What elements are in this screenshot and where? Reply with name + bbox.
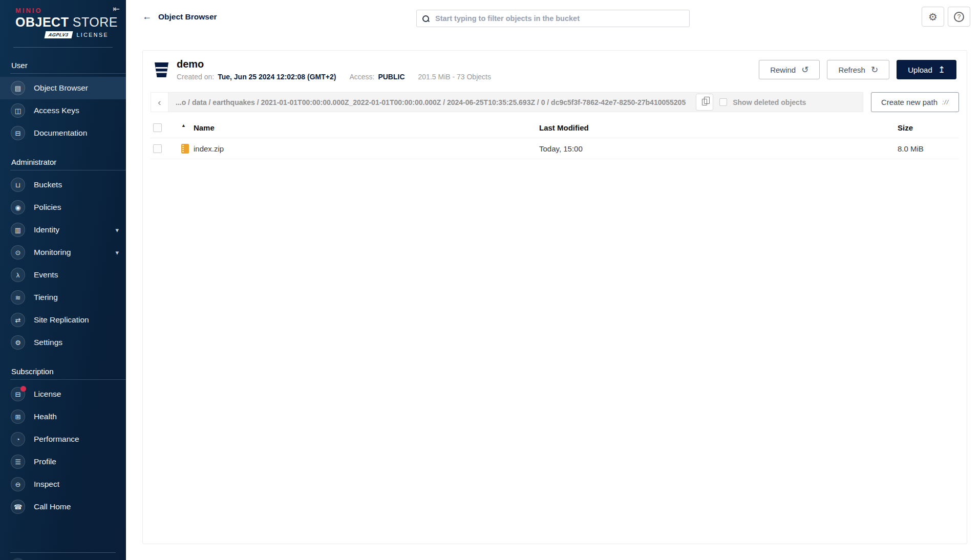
sidebar-item-monitoring[interactable]: ⊙ Monitoring ▾: [0, 241, 126, 264]
agpl-badge: AGPLV3: [45, 31, 73, 38]
sidebar-item-events[interactable]: λ Events: [0, 264, 126, 286]
sidebar-item-policies[interactable]: ◉ Policies: [0, 196, 126, 219]
page-title: ← Object Browser: [142, 11, 217, 22]
breadcrumb: ‹ ...o / data / earthquakes / 2021-01-01…: [151, 92, 863, 112]
created-label: Created on:: [177, 73, 214, 81]
rewind-button[interactable]: Rewind ↺: [759, 60, 820, 79]
show-deleted-checkbox[interactable]: [719, 98, 727, 106]
sidebar-item-label: Tiering: [34, 293, 58, 302]
notification-badge: [20, 386, 26, 392]
sidebar-item-performance[interactable]: ◔ Performance: [0, 428, 126, 450]
help-button[interactable]: ?: [948, 7, 970, 27]
column-header-size[interactable]: Size: [898, 123, 956, 132]
sidebar-item-inspect[interactable]: ⊖ Inspect: [0, 473, 126, 496]
path-back-button[interactable]: ‹: [151, 93, 168, 112]
monitoring-icon: ⊙: [11, 245, 25, 260]
section-divider: [10, 73, 126, 74]
main-area: ← Object Browser ⚙ ?: [126, 0, 980, 560]
show-deleted-label: Show deleted objects: [733, 98, 806, 106]
sidebar-item-label: Settings: [34, 338, 62, 347]
section-divider: [10, 379, 126, 380]
sidebar-item-label: Object Browser: [34, 83, 88, 93]
chevron-down-icon: ▾: [115, 249, 119, 256]
gear-icon: ⚙: [928, 11, 938, 23]
bucket-info: demo Created on: Tue, Jun 25 2024 12:02:…: [177, 58, 491, 81]
identity-icon: ▥: [11, 223, 25, 237]
copy-icon: [702, 99, 707, 105]
sidebar-item-label: Inspect: [34, 480, 59, 489]
sidebar-item-settings[interactable]: ⚙ Settings: [0, 331, 126, 354]
inspect-icon: ⊖: [11, 477, 25, 491]
object-name[interactable]: index.zip: [194, 144, 224, 153]
copy-path-button[interactable]: [696, 94, 713, 111]
column-header-name[interactable]: ▲ Name: [181, 123, 539, 132]
topbar-actions: ⚙ ?: [922, 7, 970, 27]
bucket-actions: Rewind ↺ Refresh ↻ Upload ↥: [759, 60, 956, 79]
table-header-row: ▲ Name Last Modified Size: [151, 117, 959, 138]
column-header-last-modified[interactable]: Last Modified: [539, 123, 898, 132]
topbar: ← Object Browser ⚙ ?: [126, 0, 980, 33]
chevron-down-icon: ▾: [115, 226, 119, 234]
minio-logo: MINIO OBJECT STORE AGPLV3 LICENSE: [0, 0, 126, 38]
sidebar-item-label: Events: [34, 270, 58, 279]
sidebar-item-site-replication[interactable]: ⇄ Site Replication: [0, 309, 126, 331]
access-keys-icon: ◫: [11, 103, 25, 118]
path-icon: ://: [942, 99, 949, 106]
sidebar-item-health[interactable]: ⊞ Health: [0, 405, 126, 428]
documentation-icon: ⊟: [11, 126, 25, 140]
site-replication-icon: ⇄: [11, 313, 25, 327]
object-last-modified: Today, 15:00: [539, 144, 898, 153]
sidebar-item-label: Buckets: [34, 180, 62, 189]
health-icon: ⊞: [11, 410, 25, 424]
sidebar-item-profile[interactable]: ☰ Profile: [0, 450, 126, 473]
section-label-subscription: Subscription: [0, 354, 126, 379]
tiering-icon: ≋: [11, 290, 25, 305]
section-label-user: User: [0, 48, 126, 73]
chevron-left-icon: ‹: [158, 97, 161, 108]
sidebar-item-label: Monitoring: [34, 248, 71, 257]
create-new-path-button[interactable]: Create new path ://: [871, 92, 959, 112]
call-home-icon: ☎: [11, 500, 25, 514]
pathbar-row: ‹ ...o / data / earthquakes / 2021-01-01…: [151, 92, 959, 112]
upload-icon: ↥: [938, 64, 945, 75]
bucket-name: demo: [177, 58, 491, 70]
sidebar-item-label: Call Home: [34, 502, 71, 511]
object-size: 8.0 MiB: [898, 144, 956, 153]
refresh-icon: ↻: [871, 64, 878, 75]
objects-table: ▲ Name Last Modified Size index.zip Toda…: [151, 117, 959, 159]
search-input[interactable]: [434, 14, 684, 23]
sidebar-item-object-browser[interactable]: ▤ Object Browser: [0, 77, 126, 99]
search-bar[interactable]: [416, 10, 690, 27]
sidebar-item-label: Health: [34, 412, 57, 421]
profile-icon: ☰: [11, 455, 25, 469]
sidebar-item-label: Identity: [34, 225, 59, 234]
sidebar-item-tiering[interactable]: ≋ Tiering: [0, 286, 126, 309]
sidebar-item-access-keys[interactable]: ◫ Access Keys: [0, 99, 126, 122]
bucket-icon: [154, 62, 169, 78]
upload-button[interactable]: Upload ↥: [897, 60, 956, 79]
bucket-usage: 201.5 MiB - 73 Objects: [418, 73, 491, 81]
row-checkbox[interactable]: [153, 144, 162, 153]
buckets-icon: ⊔: [11, 178, 25, 192]
select-all-checkbox[interactable]: [153, 123, 162, 132]
sidebar-item-license[interactable]: ⊟ License: [0, 383, 126, 405]
sidebar-item-call-home[interactable]: ☎ Call Home: [0, 496, 126, 518]
table-row[interactable]: index.zip Today, 15:00 8.0 MiB: [151, 138, 959, 159]
sidebar-item-buckets[interactable]: ⊔ Buckets: [0, 174, 126, 196]
sidebar-item-label: Policies: [34, 203, 61, 212]
access-value: PUBLIC: [378, 73, 404, 81]
sidebar-item-identity[interactable]: ▥ Identity ▾: [0, 219, 126, 241]
sidebar-item-label: Documentation: [34, 128, 87, 138]
refresh-button[interactable]: Refresh ↻: [827, 60, 889, 79]
partial-item-icon: [11, 558, 25, 560]
help-icon: ?: [954, 12, 964, 22]
zip-file-icon: [181, 144, 189, 154]
sidebar-item-documentation[interactable]: ⊟ Documentation: [0, 122, 126, 144]
back-arrow-icon[interactable]: ←: [142, 11, 152, 22]
object-browser-icon: ▤: [11, 81, 25, 95]
sidebar: ⇤ MINIO OBJECT STORE AGPLV3 LICENSE User…: [0, 0, 126, 560]
license-text: LICENSE: [77, 32, 109, 38]
license-badge-row: AGPLV3 LICENSE: [45, 31, 126, 38]
settings-button[interactable]: ⚙: [922, 7, 944, 27]
sidebar-collapse-icon[interactable]: ⇤: [113, 4, 120, 14]
